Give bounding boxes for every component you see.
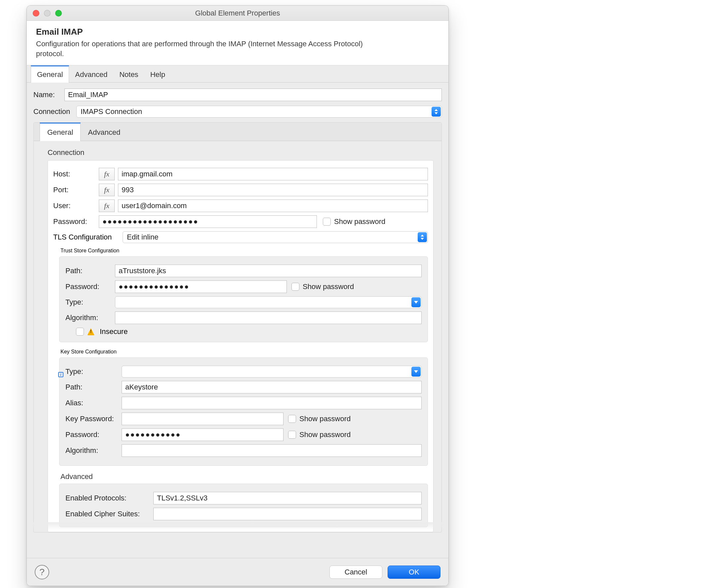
header: Email IMAP Configuration for operations … [27, 21, 448, 65]
ks-keypassword-label: Key Password: [65, 415, 122, 423]
protocols-label: Enabled Protocols: [65, 494, 153, 502]
ts-show-password-checkbox[interactable] [291, 283, 300, 291]
ks-path-label: Path: [65, 383, 122, 392]
ts-algorithm-input[interactable] [115, 312, 421, 324]
connection-select-value: IMAPS Connection [81, 107, 142, 116]
connection-label: Connection [34, 107, 76, 116]
ks-password-label: Password: [65, 430, 122, 439]
ks-show-password1-checkbox[interactable] [288, 415, 296, 423]
sub-tabs: General Advanced [34, 123, 441, 141]
user-label: User: [53, 202, 99, 210]
name-input[interactable] [64, 88, 442, 101]
ks-type-select[interactable] [122, 366, 421, 378]
tab-help[interactable]: Help [144, 65, 171, 82]
main-tabs: General Advanced Notes Help [27, 65, 448, 83]
port-input[interactable] [118, 184, 428, 196]
ts-path-label: Path: [65, 267, 115, 275]
help-button[interactable]: ? [35, 565, 49, 580]
protocols-input[interactable] [153, 492, 421, 504]
ks-show-password2-label: Show password [300, 430, 351, 439]
page-subtitle: Configuration for operations that are pe… [36, 39, 373, 59]
sub-body: Connection Host: fx Port: fx User: fx [34, 141, 441, 532]
ts-password-label: Password: [65, 282, 115, 291]
port-label: Port: [53, 186, 99, 194]
tab-advanced[interactable]: Advanced [69, 65, 114, 82]
connection-section-title: Connection [47, 148, 434, 157]
ks-show-password2-checkbox[interactable] [288, 431, 296, 439]
tab-notes[interactable]: Notes [114, 65, 144, 82]
trust-store-group: Path: Password: Show password [59, 256, 428, 342]
body: Name: Connection IMAPS Connection Genera… [27, 83, 448, 558]
fx-button-user[interactable]: fx [99, 200, 115, 212]
ks-type-label: Type: [65, 368, 122, 376]
ts-type-label: Type: [65, 298, 115, 307]
trust-store-title: Trust Store Configuration [60, 248, 428, 254]
ks-alias-input[interactable] [122, 397, 421, 409]
ts-path-input[interactable] [115, 265, 421, 277]
close-icon[interactable] [33, 10, 39, 17]
key-store-title: Key Store Configuration [60, 349, 428, 355]
host-label: Host: [53, 170, 99, 178]
page-title: Email IMAP [36, 27, 439, 37]
tab-general[interactable]: General [31, 65, 69, 83]
show-password-label: Show password [334, 217, 385, 226]
name-label: Name: [34, 90, 64, 99]
window-title: Global Element Properties [27, 9, 448, 18]
key-store-group: Type: Path: Alias: [59, 357, 428, 466]
host-input[interactable] [118, 168, 428, 181]
chevron-down-icon [411, 367, 420, 377]
minimize-icon [44, 10, 50, 17]
stepper-icon [432, 107, 441, 117]
connection-group: Host: fx Port: fx User: fx [47, 160, 434, 532]
insecure-label: Insecure [100, 328, 127, 336]
dialog-window: Global Element Properties Email IMAP Con… [26, 5, 449, 586]
inner-panel: General Advanced Connection Host: fx Por… [34, 122, 442, 532]
ts-type-select[interactable] [115, 296, 421, 308]
fx-button-port[interactable]: fx [99, 184, 115, 196]
zoom-icon[interactable] [55, 10, 62, 17]
ks-algorithm-label: Algorithm: [65, 446, 122, 455]
tls-select[interactable]: Edit inline [123, 231, 428, 243]
advanced-group: Enabled Protocols: Enabled Cipher Suites… [59, 484, 428, 527]
ciphers-input[interactable] [153, 508, 421, 520]
ts-show-password-label: Show password [303, 282, 354, 291]
ciphers-label: Enabled Cipher Suites: [65, 510, 153, 518]
footer: ? Cancel OK [27, 558, 448, 586]
warning-icon [87, 328, 95, 335]
ks-keypassword-input[interactable] [122, 413, 284, 425]
user-input[interactable] [118, 200, 428, 212]
sub-tab-general[interactable]: General [40, 123, 81, 141]
ks-show-password1-label: Show password [300, 415, 351, 423]
sub-tab-advanced[interactable]: Advanced [81, 123, 127, 141]
insecure-checkbox[interactable] [76, 328, 84, 336]
show-password-checkbox[interactable] [323, 218, 331, 226]
password-input[interactable] [99, 215, 317, 228]
ok-button[interactable]: OK [388, 566, 440, 579]
ks-path-input[interactable] [122, 381, 421, 394]
ks-alias-label: Alias: [65, 399, 122, 407]
connection-select[interactable]: IMAPS Connection [76, 106, 442, 118]
tls-select-value: Edit inline [127, 233, 158, 241]
ks-algorithm-input[interactable] [122, 444, 421, 457]
window-controls [33, 10, 62, 17]
titlebar: Global Element Properties [27, 6, 448, 21]
ks-password-input[interactable] [122, 428, 284, 441]
advanced-group-title: Advanced [60, 472, 428, 481]
cancel-button[interactable]: Cancel [329, 566, 382, 579]
stepper-icon [418, 232, 427, 242]
ts-algorithm-label: Algorithm: [65, 314, 115, 322]
chevron-down-icon [411, 297, 420, 307]
fx-button-host[interactable]: fx [99, 168, 115, 181]
tls-label: TLS Configuration [53, 233, 123, 241]
info-icon [58, 372, 63, 377]
password-label: Password: [53, 217, 99, 226]
ts-password-input[interactable] [115, 280, 287, 293]
